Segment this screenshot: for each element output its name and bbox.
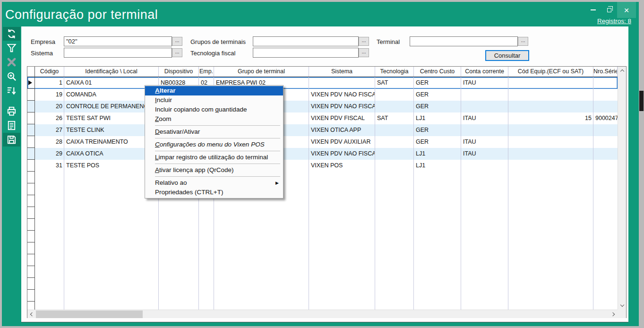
grid-cell[interactable]: GER: [414, 136, 461, 148]
column-header[interactable]: Centro Custo: [414, 67, 461, 77]
sort-button[interactable]: [3, 84, 20, 97]
grid-cell[interactable]: LJ1: [414, 148, 461, 160]
grid-cell[interactable]: [593, 77, 618, 89]
grid-cell[interactable]: [309, 77, 375, 89]
print-button[interactable]: [3, 104, 20, 118]
grid-cell[interactable]: GER: [414, 101, 461, 112]
grid-cell[interactable]: SAT: [375, 77, 414, 89]
grid-cell[interactable]: ITAU: [461, 77, 508, 89]
grid-cell[interactable]: 31: [35, 160, 64, 172]
grid-cell[interactable]: [375, 148, 414, 160]
grid-cell[interactable]: GER: [414, 124, 461, 136]
horizontal-scroll-thumb[interactable]: [36, 311, 143, 318]
grid-row[interactable]: 19COMANDAVIXEN PDV NAO FISCALGER: [27, 89, 618, 101]
column-header[interactable]: Dispositivo: [159, 67, 199, 77]
terminal-input[interactable]: [410, 36, 518, 46]
menu-item[interactable]: Zoom: [145, 114, 283, 124]
column-header[interactable]: Sistema: [309, 67, 375, 77]
grid-row[interactable]: 29CAIXA OTICAVIXEN PDV NAO FISCALLJ1ITAU: [27, 148, 618, 160]
grid-cell[interactable]: 15: [508, 112, 593, 124]
sistema-lookup-button[interactable]: ...: [172, 48, 182, 57]
tecnologia-lookup-button[interactable]: ...: [359, 48, 369, 57]
grid-cell[interactable]: ITAU: [461, 148, 508, 160]
grid-cell[interactable]: LJ1: [414, 112, 461, 124]
horizontal-scrollbar[interactable]: [27, 310, 618, 318]
refresh-button[interactable]: [3, 27, 20, 41]
clear-filter-button[interactable]: [3, 55, 20, 69]
column-header[interactable]: Cód Equip.(ECF ou SAT): [508, 67, 593, 77]
grid-cell[interactable]: 26: [35, 112, 64, 124]
grid-row[interactable]: 27TESTE CLINKVIXEN OTICA APPGER: [27, 124, 618, 136]
grid-cell[interactable]: [593, 148, 618, 160]
grid-cell[interactable]: [508, 89, 593, 101]
grid-cell[interactable]: SAT: [375, 112, 414, 124]
registros-link[interactable]: Registros: 8: [597, 17, 631, 25]
grid-cell[interactable]: [593, 136, 618, 148]
menu-item[interactable]: Limpar registro de utilização do termina…: [145, 153, 283, 162]
sistema-input[interactable]: [64, 48, 172, 58]
grid-row[interactable]: 1CAIXA 01NB0032802EMPRESA PWI 02SATGERIT…: [27, 77, 618, 89]
grid-cell[interactable]: [461, 101, 508, 112]
grid-cell[interactable]: ITAU: [461, 112, 508, 124]
grid-cell[interactable]: 19: [35, 89, 64, 101]
consultar-button[interactable]: Consultar: [485, 50, 529, 61]
grid-cell[interactable]: VIXEN PDV NAO FISCAL: [309, 148, 375, 160]
grid-cell[interactable]: [508, 77, 593, 89]
column-header[interactable]: Grupo de terminal: [214, 67, 309, 77]
column-header[interactable]: Nro.Série (: [593, 67, 618, 77]
terminal-lookup-button[interactable]: ...: [518, 37, 528, 46]
menu-item[interactable]: Incluir: [145, 95, 283, 105]
grid-row[interactable]: 20CONTROLE DE PERMANENCIAVIXEN PDV NAO F…: [27, 101, 618, 112]
grid-row[interactable]: 28CAIXA TREINAMENTOVIXEN PDV AUXILIARGER…: [27, 136, 618, 148]
scroll-up-arrow-icon[interactable]: [618, 67, 626, 75]
grid-cell[interactable]: 900024708: [593, 112, 618, 124]
column-header[interactable]: Emp.: [199, 67, 214, 77]
grid-cell[interactable]: [508, 101, 593, 112]
grid-cell[interactable]: VIXEN PDV FISCAL: [309, 112, 375, 124]
tecnologia-input[interactable]: [253, 48, 359, 58]
restore-button[interactable]: [601, 2, 617, 18]
menu-item[interactable]: Desativar/Ativar: [145, 127, 283, 137]
grid-cell[interactable]: [593, 101, 618, 112]
grid-cell[interactable]: [593, 89, 618, 101]
scroll-right-arrow-icon[interactable]: [610, 310, 618, 318]
grid-cell[interactable]: [461, 89, 508, 101]
menu-item[interactable]: Configurações do menu do Vixen POS: [145, 140, 283, 149]
column-header[interactable]: Identificação \ Local: [64, 67, 159, 77]
grid-cell[interactable]: VIXEN PDV NAO FISCAL: [309, 89, 375, 101]
grid-cell[interactable]: VIXEN POS: [309, 160, 375, 172]
grid-cell[interactable]: VIXEN PDV NAO FISCAL: [309, 101, 375, 112]
grid-cell[interactable]: [375, 136, 414, 148]
grid-cell[interactable]: [508, 160, 593, 172]
vertical-scrollbar[interactable]: [618, 67, 626, 310]
grid-cell[interactable]: LJ1: [414, 160, 461, 172]
grid-cell[interactable]: GER: [414, 89, 461, 101]
zoom-button[interactable]: [3, 69, 20, 83]
column-header[interactable]: Tecnologia: [375, 67, 414, 77]
grid-cell[interactable]: 28: [35, 136, 64, 148]
column-header[interactable]: Conta corrente: [461, 67, 508, 77]
report-button[interactable]: [3, 119, 20, 132]
grid-cell[interactable]: [593, 124, 618, 136]
grid-cell[interactable]: 27: [35, 124, 64, 136]
filter-button[interactable]: [3, 41, 20, 55]
grid-cell[interactable]: 20: [35, 101, 64, 112]
grid-cell[interactable]: [375, 101, 414, 112]
scroll-down-arrow-icon[interactable]: [618, 302, 626, 310]
minimize-button[interactable]: [585, 2, 601, 18]
menu-item[interactable]: Relativo ao▶: [145, 178, 283, 188]
grid-cell[interactable]: [461, 124, 508, 136]
grid-cell[interactable]: [508, 136, 593, 148]
empresa-lookup-button[interactable]: ...: [172, 37, 182, 46]
grid-row[interactable]: 26TESTE SAT PWIVIXEN PDV FISCALSATLJ1ITA…: [27, 112, 618, 124]
grid-row[interactable]: 31TESTE POSVIXEN POSLJ1: [27, 160, 618, 172]
grid-cell[interactable]: [375, 124, 414, 136]
grid-cell[interactable]: [375, 160, 414, 172]
scroll-left-arrow-icon[interactable]: [27, 310, 35, 318]
grid-cell[interactable]: [593, 160, 618, 172]
grid-cell[interactable]: ITAU: [461, 136, 508, 148]
grid-cell[interactable]: [508, 148, 593, 160]
grid-cell[interactable]: 1: [35, 77, 64, 89]
grid-cell[interactable]: [508, 124, 593, 136]
grid-cell[interactable]: VIXEN PDV AUXILIAR: [309, 136, 375, 148]
